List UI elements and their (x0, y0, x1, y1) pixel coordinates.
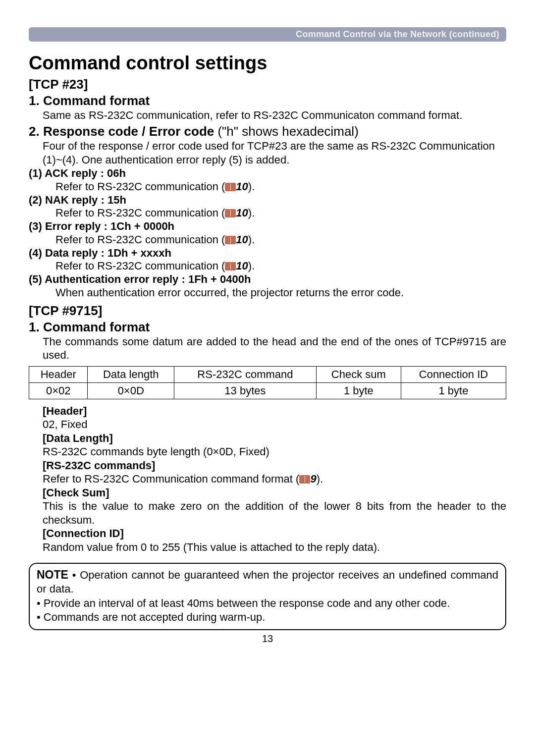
reply-item-title: (5) Authentication error reply : 1Fh + 0… (29, 272, 506, 286)
note-label: NOTE (37, 568, 68, 581)
reply-item-ref: Refer to RS-232C communication (10). (55, 207, 506, 219)
reply-item-title: (4) Data reply : 1Dh + xxxxh (29, 246, 506, 260)
tcp9715-heading: [TCP #9715] (29, 303, 506, 319)
def-text-rs232c-post: ). (317, 473, 323, 485)
table-cell: 0×02 (29, 382, 88, 399)
table-cell: 0×0D (88, 382, 174, 399)
breadcrumb-bar: Command Control via the Network (continu… (29, 27, 506, 42)
def-text-checksum: This is the value to make zero on the ad… (43, 499, 506, 527)
table-header-cell: RS-232C command (174, 366, 317, 382)
reply-item-ref: Refer to RS-232C communication (10). (55, 260, 506, 272)
tcp23-s2-body1: Four of the response / error code used f… (43, 139, 506, 166)
tcp23-s2-heading: 2. Response code / Error code (29, 124, 214, 139)
reply-item-ref-close: ). (248, 260, 255, 272)
def-label-header: [Header] (43, 404, 506, 418)
tcp23-s2-heading-rest: ("h" shows hexadecimal) (214, 124, 359, 139)
page-title: Command control settings (29, 53, 506, 74)
page-ref: 9 (310, 473, 316, 485)
reply-item-title: (2) NAK reply : 15h (29, 193, 506, 207)
table-row: 0×02 0×0D 13 bytes 1 byte 1 byte (29, 382, 506, 399)
reply-item-ref-text: Refer to RS-232C communication ( (55, 180, 225, 193)
tcp9715-s1-body: The commands some datum are added to the… (43, 335, 506, 362)
table-cell: 13 bytes (174, 382, 317, 399)
tcp9715-s1-heading: 1. Command format (29, 320, 506, 335)
def-label-rs232c: [RS-232C commands] (43, 459, 506, 473)
note-line-1: NOTE • Operation cannot be guaranteed wh… (37, 568, 498, 596)
page-ref: 10 (236, 260, 248, 272)
reply-item-ref-text: Refer to RS-232C communication ( (55, 233, 225, 246)
table-header-cell: Data length (88, 366, 174, 382)
page-ref: 10 (236, 180, 248, 193)
book-icon (299, 475, 310, 484)
book-icon (225, 262, 236, 270)
note-box: NOTE • Operation cannot be guaranteed wh… (29, 563, 506, 630)
def-text-rs232c: Refer to RS-232C Communication command f… (43, 472, 506, 486)
table-header-cell: Check sum (316, 366, 401, 382)
table-header-cell: Header (29, 366, 88, 382)
reply-item-ref-text: Refer to RS-232C communication ( (55, 260, 225, 272)
book-icon (225, 209, 236, 217)
table-row: Header Data length RS-232C command Check… (29, 366, 506, 382)
tcp23-heading: [TCP #23] (29, 77, 506, 92)
reply-item-ref-close: ). (248, 180, 255, 193)
table-header-cell: Connection ID (401, 366, 506, 382)
def-text-rs232c-pre: Refer to RS-232C Communication command f… (43, 473, 299, 485)
def-text-datalen: RS-232C commands byte length (0×0D, Fixe… (43, 445, 506, 459)
book-icon (225, 183, 236, 191)
note-line1-text: • Operation cannot be guaranteed when th… (37, 569, 498, 595)
def-label-checksum: [Check Sum] (43, 486, 506, 500)
reply-item-ref-close: ). (248, 233, 255, 246)
reply-item-ref: When authentication error occurred, the … (55, 286, 506, 299)
table-cell: 1 byte (401, 382, 506, 399)
tcp23-s1-body: Same as RS-232C communication, refer to … (43, 108, 506, 122)
page-number: 13 (29, 633, 506, 645)
command-format-table: Header Data length RS-232C command Check… (29, 366, 506, 399)
def-label-connid: [Connection ID] (43, 527, 506, 540)
note-line-3: • Commands are not accepted during warm-… (37, 610, 498, 624)
reply-item-ref: Refer to RS-232C communication (10). (55, 180, 506, 193)
def-label-datalen: [Data Length] (43, 432, 506, 445)
tcp23-s1-heading: 1. Command format (29, 93, 506, 108)
book-icon (225, 236, 236, 244)
table-cell: 1 byte (316, 382, 401, 399)
reply-item-ref-close: ). (248, 207, 255, 219)
note-line-2: • Provide an interval of at least 40ms b… (37, 596, 498, 610)
breadcrumb-text: Command Control via the Network (continu… (296, 29, 499, 40)
reply-item-title: (3) Error reply : 1Ch + 0000h (29, 219, 506, 233)
def-text-connid: Random value from 0 to 255 (This value i… (43, 540, 506, 554)
reply-item-ref-text: Refer to RS-232C communication ( (55, 207, 225, 219)
reply-item-title: (1) ACK reply : 06h (29, 166, 506, 180)
page-ref: 10 (236, 233, 248, 246)
reply-item-ref: Refer to RS-232C communication (10). (55, 233, 506, 246)
reply-item-ref-text: When authentication error occurred, the … (55, 286, 404, 299)
page-ref: 10 (236, 207, 248, 219)
def-text-header: 02, Fixed (43, 418, 506, 432)
